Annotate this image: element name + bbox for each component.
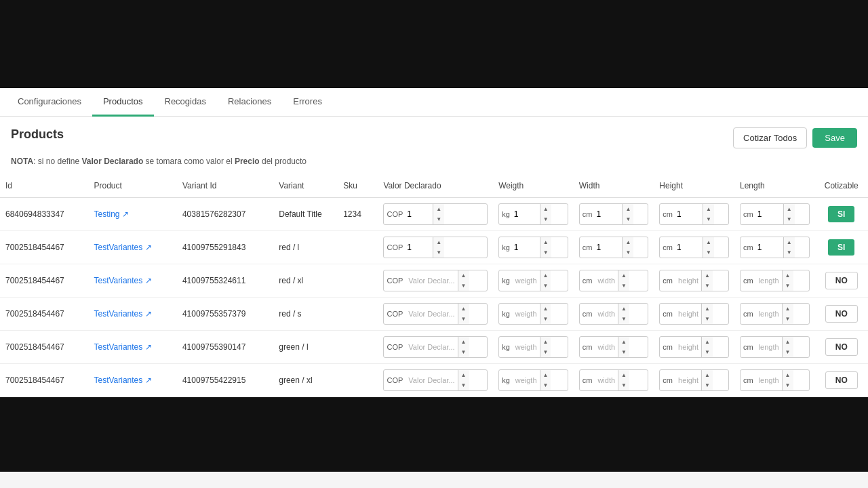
value-input[interactable] bbox=[756, 241, 783, 253]
product-link[interactable]: TestVariantes ↗ bbox=[94, 342, 151, 352]
spin-down-button[interactable]: ▼ bbox=[618, 281, 629, 291]
value-input[interactable] bbox=[513, 208, 540, 220]
cell-height[interactable]: cm▲▼ bbox=[654, 198, 734, 231]
product-link[interactable]: TestVariantes ↗ bbox=[94, 243, 151, 252]
spin-down-button[interactable]: ▼ bbox=[702, 281, 713, 291]
cell-cotizable[interactable]: NO bbox=[815, 364, 868, 397]
tab-recogidas[interactable]: Recogidas bbox=[154, 88, 217, 117]
spin-down-button[interactable]: ▼ bbox=[540, 281, 551, 291]
spin-down-button[interactable]: ▼ bbox=[540, 347, 551, 357]
spin-up-button[interactable]: ▲ bbox=[458, 337, 469, 347]
spin-down-button[interactable]: ▼ bbox=[702, 380, 713, 390]
cotizable-badge[interactable]: SI bbox=[828, 239, 854, 256]
spin-up-button[interactable]: ▲ bbox=[702, 370, 713, 380]
spin-up-button[interactable]: ▲ bbox=[623, 237, 633, 247]
value-input[interactable] bbox=[675, 208, 703, 220]
spin-up-button[interactable]: ▲ bbox=[618, 337, 629, 347]
spin-down-button[interactable]: ▼ bbox=[540, 214, 551, 224]
cell-height[interactable]: cmheight▲▼ bbox=[654, 298, 734, 331]
tab-relaciones[interactable]: Relaciones bbox=[217, 88, 282, 117]
spin-down-button[interactable]: ▼ bbox=[783, 347, 793, 357]
spin-down-button[interactable]: ▼ bbox=[783, 281, 793, 291]
spin-down-button[interactable]: ▼ bbox=[618, 347, 629, 357]
tab-configuraciones[interactable]: Configuraciones bbox=[7, 88, 92, 117]
cell-valor[interactable]: COP▲▼ bbox=[378, 231, 493, 264]
cell-cotizable[interactable]: SI bbox=[815, 198, 868, 231]
value-input[interactable] bbox=[513, 241, 540, 253]
cell-length[interactable]: cmlength▲▼ bbox=[734, 298, 815, 331]
value-input[interactable] bbox=[595, 208, 622, 220]
spin-up-button[interactable]: ▲ bbox=[703, 237, 714, 247]
spin-up-button[interactable]: ▲ bbox=[783, 370, 793, 380]
spin-down-button[interactable]: ▼ bbox=[702, 314, 713, 324]
cell-weigh[interactable]: kg▲▼ bbox=[493, 198, 574, 231]
cell-length[interactable]: cmlength▲▼ bbox=[734, 331, 815, 364]
spin-up-button[interactable]: ▲ bbox=[540, 337, 551, 347]
spin-up-button[interactable]: ▲ bbox=[433, 204, 444, 214]
spin-down-button[interactable]: ▼ bbox=[618, 380, 629, 390]
spin-down-button[interactable]: ▼ bbox=[540, 314, 551, 324]
spin-up-button[interactable]: ▲ bbox=[784, 204, 795, 214]
product-link[interactable]: TestVariantes ↗ bbox=[94, 309, 151, 319]
spin-up-button[interactable]: ▲ bbox=[618, 304, 629, 314]
cell-width[interactable]: cm▲▼ bbox=[574, 198, 654, 231]
cell-length[interactable]: cmlength▲▼ bbox=[734, 364, 815, 397]
spin-down-button[interactable]: ▼ bbox=[623, 247, 633, 258]
spin-down-button[interactable]: ▼ bbox=[458, 314, 469, 324]
spin-down-button[interactable]: ▼ bbox=[433, 214, 444, 224]
spin-up-button[interactable]: ▲ bbox=[783, 337, 793, 347]
cell-weigh[interactable]: kgweigth▲▼ bbox=[493, 298, 574, 331]
product-link[interactable]: Testing ↗ bbox=[94, 209, 128, 219]
spin-up-button[interactable]: ▲ bbox=[458, 270, 469, 281]
cell-cotizable[interactable]: SI bbox=[815, 231, 868, 264]
cell-length[interactable]: cm▲▼ bbox=[734, 198, 815, 231]
cell-width[interactable]: cmwidth▲▼ bbox=[574, 264, 654, 298]
cotizable-badge[interactable]: SI bbox=[828, 206, 854, 222]
cell-height[interactable]: cmheight▲▼ bbox=[654, 364, 734, 397]
cell-valor[interactable]: COPValor Declar...▲▼ bbox=[378, 331, 493, 364]
spin-down-button[interactable]: ▼ bbox=[540, 380, 551, 390]
cell-cotizable[interactable]: NO bbox=[815, 331, 868, 364]
spin-up-button[interactable]: ▲ bbox=[623, 204, 633, 214]
cell-valor[interactable]: COPValor Declar...▲▼ bbox=[378, 364, 493, 397]
spin-up-button[interactable]: ▲ bbox=[540, 204, 551, 214]
spin-up-button[interactable]: ▲ bbox=[783, 270, 793, 281]
product-link[interactable]: TestVariantes ↗ bbox=[94, 276, 151, 285]
cell-valor[interactable]: COPValor Declar...▲▼ bbox=[378, 298, 493, 331]
spin-up-button[interactable]: ▲ bbox=[703, 204, 714, 214]
spin-down-button[interactable]: ▼ bbox=[540, 247, 551, 258]
value-input[interactable] bbox=[406, 208, 433, 220]
cell-cotizable[interactable]: NO bbox=[815, 298, 868, 331]
spin-down-button[interactable]: ▼ bbox=[458, 380, 469, 390]
cell-height[interactable]: cmheight▲▼ bbox=[654, 264, 734, 298]
spin-up-button[interactable]: ▲ bbox=[540, 370, 551, 380]
cotizable-badge[interactable]: NO bbox=[825, 305, 858, 323]
tab-productos[interactable]: Productos bbox=[92, 88, 154, 117]
cell-height[interactable]: cmheight▲▼ bbox=[654, 331, 734, 364]
cell-cotizable[interactable]: NO bbox=[815, 264, 868, 298]
value-input[interactable] bbox=[675, 241, 703, 253]
cotizar-todos-button[interactable]: Cotizar Todos bbox=[733, 127, 807, 148]
cotizable-badge[interactable]: NO bbox=[825, 371, 858, 389]
spin-down-button[interactable]: ▼ bbox=[702, 347, 713, 357]
cell-length[interactable]: cm▲▼ bbox=[734, 231, 815, 264]
cell-height[interactable]: cm▲▼ bbox=[654, 231, 734, 264]
spin-down-button[interactable]: ▼ bbox=[458, 347, 469, 357]
spin-down-button[interactable]: ▼ bbox=[703, 214, 714, 224]
cell-valor[interactable]: COP▲▼ bbox=[378, 198, 493, 231]
spin-up-button[interactable]: ▲ bbox=[458, 370, 469, 380]
value-input[interactable] bbox=[595, 241, 622, 253]
spin-up-button[interactable]: ▲ bbox=[783, 304, 793, 314]
cell-width[interactable]: cmwidth▲▼ bbox=[574, 331, 654, 364]
spin-up-button[interactable]: ▲ bbox=[540, 270, 551, 281]
spin-down-button[interactable]: ▼ bbox=[618, 314, 629, 324]
spin-down-button[interactable]: ▼ bbox=[623, 214, 633, 224]
spin-up-button[interactable]: ▲ bbox=[540, 237, 551, 247]
spin-down-button[interactable]: ▼ bbox=[458, 281, 469, 291]
spin-up-button[interactable]: ▲ bbox=[702, 270, 713, 281]
spin-up-button[interactable]: ▲ bbox=[702, 337, 713, 347]
spin-up-button[interactable]: ▲ bbox=[618, 270, 629, 281]
cell-weigh[interactable]: kgweigth▲▼ bbox=[493, 264, 574, 298]
tab-errores[interactable]: Errores bbox=[282, 88, 333, 117]
spin-up-button[interactable]: ▲ bbox=[433, 237, 444, 247]
